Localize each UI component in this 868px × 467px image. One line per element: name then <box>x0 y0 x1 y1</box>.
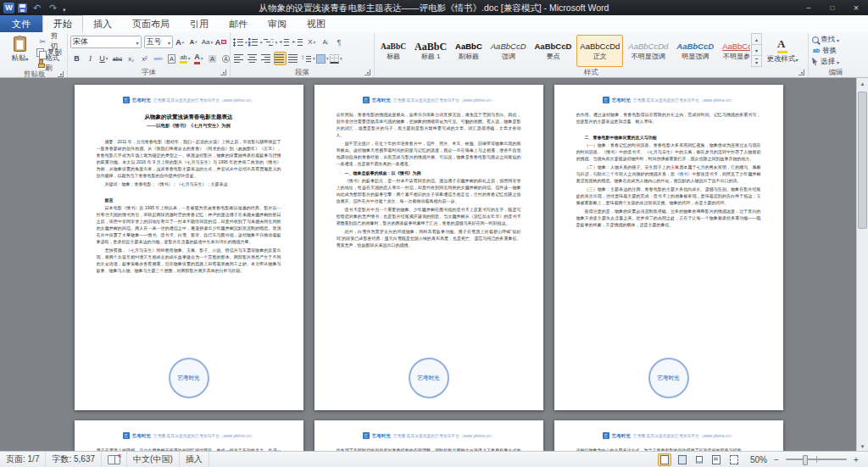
tab-file[interactable]: 文件 <box>0 15 42 32</box>
gallery-expand-icon[interactable] <box>751 55 762 67</box>
dialog-launcher-icon[interactable] <box>58 71 64 77</box>
select-button[interactable]: 选择 <box>811 56 860 67</box>
dialog-launcher-icon[interactable] <box>220 69 226 75</box>
status-insert-mode[interactable]: 插入 <box>180 452 209 467</box>
style-item[interactable]: AaBbCcD不明显参考 <box>719 35 750 67</box>
asian-layout-button[interactable] <box>305 36 318 49</box>
ribbon-tab[interactable]: 视图 <box>297 16 336 32</box>
justify-button[interactable] <box>274 52 287 65</box>
close-button[interactable] <box>844 0 868 15</box>
paste-button[interactable]: 粘贴 <box>4 34 36 69</box>
phonetic-guide-button[interactable] <box>152 52 164 65</box>
font-size-select[interactable]: 五号 <box>144 36 173 48</box>
status-page-indicator[interactable]: 页面: 1/7 <box>0 452 46 467</box>
align-right-button[interactable] <box>260 52 273 65</box>
document-page[interactable]: 艺艺考时光艺考圈 最具深度高度的艺考资讯平台（www.yktime.cn）的作用… <box>554 85 783 410</box>
style-item[interactable]: AaBbCcDd正文 <box>576 35 623 67</box>
status-proofing[interactable] <box>102 452 127 467</box>
document-page[interactable]: 艺艺考时光艺考圈 最具深度高度的艺考资讯平台（www.yktime.cn）众所周… <box>314 85 543 410</box>
change-case-button[interactable] <box>201 36 214 49</box>
bold-button[interactable] <box>70 52 83 65</box>
view-web-layout-button[interactable] <box>693 454 705 465</box>
subscript-button[interactable] <box>125 52 137 65</box>
word-app-icon[interactable] <box>3 3 14 14</box>
view-outline-button[interactable] <box>709 453 723 466</box>
view-draft-button[interactable] <box>727 453 741 466</box>
font-family-select[interactable]: 宋体 <box>70 36 142 48</box>
ribbon-tab[interactable]: 邮件 <box>219 16 258 32</box>
text-highlight-button[interactable] <box>179 52 192 65</box>
italic-button[interactable] <box>84 52 97 65</box>
zoom-slider-thumb[interactable] <box>803 455 808 465</box>
shading-button[interactable] <box>316 52 329 65</box>
change-styles-button[interactable]: 更改样式 <box>762 34 803 67</box>
redo-button[interactable] <box>47 1 59 14</box>
page-block-para: 《情书》的叙事起点，是一封本不该有回音的信。渡边博子在藤井树的葬礼之后，按照同学… <box>337 177 521 204</box>
zoom-out-button[interactable] <box>771 455 782 464</box>
show-hide-marks-button[interactable] <box>332 36 345 49</box>
scroll-up-arrow-icon[interactable] <box>857 78 868 89</box>
align-left-button[interactable] <box>233 52 246 65</box>
gallery-scroll-down-icon[interactable] <box>751 44 762 56</box>
superscript-button[interactable] <box>138 52 151 65</box>
grow-font-button[interactable] <box>174 36 186 49</box>
strikethrough-button[interactable] <box>111 52 124 65</box>
save-button[interactable] <box>18 3 27 13</box>
document-page[interactable]: 艺艺考时光艺考圈 最具深度高度的艺考资讯平台（www.yktime.cn）这种以… <box>554 420 783 452</box>
zoom-in-button[interactable] <box>851 455 861 464</box>
underline-button[interactable] <box>97 52 110 65</box>
style-item[interactable]: AaBbC副标题 <box>452 35 486 67</box>
shrink-font-button[interactable] <box>187 36 200 49</box>
status-language[interactable]: 中文(中国) <box>127 452 180 467</box>
status-word-count[interactable]: 字数: 5,637 <box>46 452 102 467</box>
view-fullscreen-reading-button[interactable] <box>676 453 689 466</box>
style-item[interactable]: AaBbCcDd不明显强调 <box>625 35 671 67</box>
ribbon-tab[interactable]: 审阅 <box>258 16 297 32</box>
header-tagline: 艺考圈 最具深度高度的艺考资讯平台（www.yktime.cn） <box>393 433 494 438</box>
line-spacing-button[interactable] <box>301 52 315 65</box>
borders-button[interactable] <box>330 52 342 65</box>
style-item[interactable]: AaBbCcD强调 <box>487 35 530 67</box>
undo-button[interactable] <box>31 1 43 14</box>
character-shading-button[interactable] <box>206 52 219 65</box>
zoom-level[interactable]: 50% <box>745 455 767 464</box>
character-border-button[interactable] <box>165 52 178 65</box>
ribbon-tab[interactable]: 开始 <box>42 15 83 32</box>
scrollbar-thumb[interactable] <box>858 92 867 229</box>
document-page[interactable]: 艺艺考时光艺考圈 最具深度高度的艺考资讯平台（www.yktime.cn）博子在… <box>75 420 303 452</box>
style-item[interactable]: AaBbC标题 <box>377 35 409 67</box>
ribbon-tab[interactable]: 页面布局 <box>122 16 180 32</box>
decrease-indent-button[interactable] <box>278 36 291 49</box>
gallery-scroll-up-icon[interactable] <box>751 33 762 45</box>
multilevel-list-button[interactable] <box>264 36 278 49</box>
minimize-button[interactable] <box>797 0 821 15</box>
customize-qat-chevron-icon[interactable] <box>63 0 66 15</box>
document-page[interactable]: 艺艺考时光艺考圈 最具深度高度的艺考资讯平台（www.yktime.cn）也体现… <box>314 420 543 452</box>
numbering-button[interactable] <box>248 36 263 49</box>
document-page[interactable]: 艺艺考时光艺考圈 最具深度高度的艺考资讯平台（www.yktime.cn）从物象… <box>75 85 303 410</box>
style-item[interactable]: AaBbCcD明显强调 <box>673 35 717 67</box>
view-print-layout-button[interactable] <box>658 453 671 466</box>
clipboard-group-label-text: 剪贴板 <box>24 69 46 78</box>
dialog-launcher-icon[interactable] <box>798 69 804 75</box>
cut-button[interactable]: 剪切 <box>36 36 64 47</box>
ribbon-tab[interactable]: 插入 <box>83 16 122 32</box>
dialog-launcher-icon[interactable] <box>364 69 370 75</box>
zoom-slider[interactable] <box>786 459 847 460</box>
vertical-scrollbar[interactable] <box>856 78 868 452</box>
header-brand: 艺考时光 <box>612 97 631 103</box>
bullets-button[interactable] <box>233 36 248 49</box>
clear-formatting-button[interactable] <box>214 36 227 49</box>
replace-button[interactable]: 替换 <box>811 45 860 56</box>
style-item[interactable]: AaBbC标题 1 <box>411 35 450 67</box>
align-center-button[interactable] <box>247 52 259 65</box>
font-color-button[interactable] <box>192 52 205 65</box>
format-painter-button[interactable]: 格式刷 <box>36 58 64 69</box>
ribbon-tab[interactable]: 引用 <box>180 16 219 32</box>
distribute-button[interactable] <box>287 52 300 65</box>
maximize-button[interactable] <box>821 0 844 15</box>
sort-button[interactable] <box>319 36 331 49</box>
page-block-para: 无独有偶，《七月与安生》同样善用物象。玉佩、影子、小说、明信片与车票等物象的反复… <box>97 247 281 274</box>
increase-indent-button[interactable] <box>292 36 304 49</box>
style-item[interactable]: AaBbCcD要点 <box>531 35 576 67</box>
